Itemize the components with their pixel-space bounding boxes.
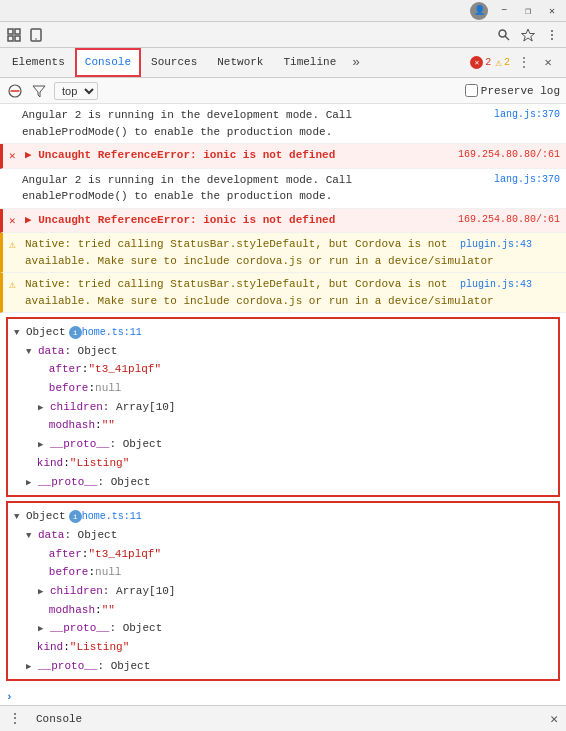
log-entry-warn: ⚠ Native: tried calling StatusBar.styleD… xyxy=(0,233,566,273)
log-entry-error: ✕ ▶ Uncaught ReferenceError: ionic is no… xyxy=(0,209,566,234)
svg-point-5 xyxy=(35,38,37,40)
prompt-line[interactable]: › xyxy=(0,685,566,705)
log-entry-source[interactable]: lang.js:370 xyxy=(494,107,560,122)
tree-leaf: modhash : "" xyxy=(14,601,552,620)
tree-leaf: after : "t3_41plqf" xyxy=(14,545,552,564)
preserve-log-checkbox[interactable] xyxy=(465,84,478,97)
log-entry-warn: ⚠ Native: tried calling StatusBar.styleD… xyxy=(0,273,566,313)
svg-rect-0 xyxy=(8,29,13,34)
log-source-inline[interactable]: plugin.js:43 xyxy=(460,279,532,290)
tab-close-icon[interactable]: ✕ xyxy=(538,53,558,73)
console-output[interactable]: Angular 2 is running in the development … xyxy=(0,104,566,705)
tree-node[interactable]: ▶ children : Array[10] xyxy=(14,398,552,417)
object-block-1: ▼ Object i home.ts:11 ▼ data : Object af… xyxy=(0,317,566,497)
log-entry-icon xyxy=(6,172,22,173)
tree-leaf: after : "t3_41plqf" xyxy=(14,360,552,379)
title-bar: 👤 − ❐ ✕ xyxy=(0,0,566,22)
log-entry-content: ▶ Uncaught ReferenceError: ionic is not … xyxy=(25,212,452,229)
tree-leaf: before : null xyxy=(14,379,552,398)
log-entry-content: Angular 2 is running in the development … xyxy=(22,172,488,205)
inspect-icon[interactable] xyxy=(4,25,24,45)
tab-console[interactable]: Console xyxy=(75,48,141,77)
level-select[interactable]: top xyxy=(54,82,98,100)
log-source-inline[interactable]: plugin.js:43 xyxy=(460,239,532,250)
bottom-console-tab[interactable]: Console xyxy=(30,713,88,725)
svg-marker-14 xyxy=(33,86,45,97)
error-icon: ✕ xyxy=(9,212,25,230)
error-badge-icon: ✕ xyxy=(470,56,483,69)
prompt-input[interactable] xyxy=(22,688,560,705)
log-entry: Angular 2 is running in the development … xyxy=(0,104,566,144)
warn-icon: ⚠ xyxy=(9,276,25,294)
preserve-log-option[interactable]: Preserve log xyxy=(465,84,560,97)
log-entry: Angular 2 is running in the development … xyxy=(0,169,566,209)
svg-point-10 xyxy=(551,34,553,36)
filter-icon[interactable] xyxy=(30,82,48,100)
search-icon[interactable] xyxy=(494,25,514,45)
tree-node[interactable]: ▶ __proto__ : Object xyxy=(14,657,552,676)
tree-node[interactable]: ▶ __proto__ : Object xyxy=(14,473,552,492)
log-entry-content: ▶ Uncaught ReferenceError: ionic is not … xyxy=(25,147,452,164)
tree-leaf: kind : "Listing" xyxy=(14,638,552,657)
warn-icon: ⚠ xyxy=(9,236,25,254)
info-icon: i xyxy=(69,326,82,339)
tab-elements[interactable]: Elements xyxy=(2,48,75,77)
tab-network[interactable]: Network xyxy=(207,48,273,77)
console-toolbar: top Preserve log xyxy=(0,78,566,104)
svg-point-9 xyxy=(551,30,553,32)
tab-badges: ✕ 2 ⚠ 2 ⋮ ✕ xyxy=(470,53,564,73)
menu-icon[interactable] xyxy=(542,25,562,45)
log-entry-source[interactable]: 169.254.80.80/:61 xyxy=(458,147,560,162)
prompt-icon: › xyxy=(6,688,22,705)
svg-rect-1 xyxy=(15,29,20,34)
log-entry-error: ✕ ▶ Uncaught ReferenceError: ionic is no… xyxy=(0,144,566,169)
source-link[interactable]: home.ts:11 xyxy=(82,508,142,525)
tab-sources[interactable]: Sources xyxy=(141,48,207,77)
svg-marker-8 xyxy=(522,29,535,41)
log-entry-content: Angular 2 is running in the development … xyxy=(22,107,488,140)
bottom-menu-icon[interactable]: ⋮ xyxy=(8,710,22,727)
object-block-2: ▼ Object i home.ts:11 ▼ data : Object af… xyxy=(0,501,566,681)
tree-node[interactable]: ▶ children : Array[10] xyxy=(14,582,552,601)
device-icon[interactable] xyxy=(26,25,46,45)
source-link[interactable]: home.ts:11 xyxy=(82,324,142,341)
tab-bar: Elements Console Sources Network Timelin… xyxy=(0,48,566,78)
close-button[interactable]: ✕ xyxy=(544,3,560,19)
tree-leaf: before : null xyxy=(14,563,552,582)
tab-timeline[interactable]: Timeline xyxy=(273,48,346,77)
star-icon[interactable] xyxy=(518,25,538,45)
avatar: 👤 xyxy=(470,2,488,20)
tree-node[interactable]: ▼ data : Object xyxy=(14,342,552,361)
warn-badge: ⚠ 2 xyxy=(495,56,510,69)
log-entry-source[interactable]: 169.254.80.80/:61 xyxy=(458,212,560,227)
error-badge: ✕ 2 xyxy=(470,56,491,69)
tree-node[interactable]: ▶ __proto__ : Object xyxy=(14,435,552,454)
error-icon: ✕ xyxy=(9,147,25,165)
more-tabs-button[interactable]: » xyxy=(346,48,366,77)
log-entry-content: Native: tried calling StatusBar.styleDef… xyxy=(25,236,560,269)
tab-options-icon[interactable]: ⋮ xyxy=(514,53,534,73)
log-entry-content: Native: tried calling StatusBar.styleDef… xyxy=(25,276,560,309)
bottom-bar: ⋮ Console ✕ xyxy=(0,705,566,731)
maximize-button[interactable]: ❐ xyxy=(520,3,536,19)
svg-point-6 xyxy=(499,30,506,37)
tree-node[interactable]: ▶ __proto__ : Object xyxy=(14,619,552,638)
tree-root[interactable]: ▼ Object i home.ts:11 xyxy=(14,507,552,526)
svg-point-11 xyxy=(551,38,553,40)
clear-console-button[interactable] xyxy=(6,82,24,100)
svg-rect-2 xyxy=(8,36,13,41)
minimize-button[interactable]: − xyxy=(496,3,512,19)
tree-node[interactable]: ▼ data : Object xyxy=(14,526,552,545)
tree-leaf: kind : "Listing" xyxy=(14,454,552,473)
log-entry-source[interactable]: lang.js:370 xyxy=(494,172,560,187)
svg-line-7 xyxy=(505,36,509,40)
tree-leaf: modhash : "" xyxy=(14,416,552,435)
log-entry-icon xyxy=(6,107,22,108)
bottom-close-button[interactable]: ✕ xyxy=(550,711,558,727)
devtools-toolbar xyxy=(0,22,566,48)
tree-root[interactable]: ▼ Object i home.ts:11 xyxy=(14,323,552,342)
svg-rect-3 xyxy=(15,36,20,41)
info-icon: i xyxy=(69,510,82,523)
